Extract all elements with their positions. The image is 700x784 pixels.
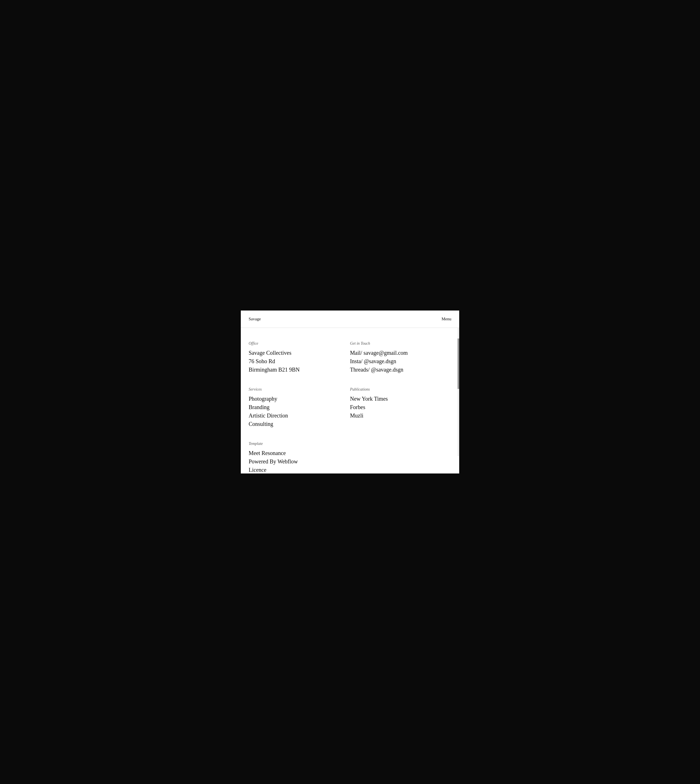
service-consulting[interactable]: Consulting xyxy=(248,420,350,428)
empty-cell xyxy=(350,437,452,474)
menu-panel: Savage Menu Office Savage Collectives 76… xyxy=(241,310,459,474)
content-area: Office Savage Collectives 76 Soho Rd Bir… xyxy=(241,328,459,474)
service-photography[interactable]: Photography xyxy=(248,395,350,403)
services-label: Services xyxy=(248,387,350,392)
service-artistic-direction[interactable]: Artistic Direction xyxy=(248,411,350,420)
pub-nyt[interactable]: New York Times xyxy=(350,395,452,403)
brand-name[interactable]: Savage xyxy=(248,317,261,322)
services-section: Services Photography Branding Artistic D… xyxy=(248,382,350,437)
header: Savage Menu xyxy=(241,310,459,328)
office-item-0[interactable]: Savage Collectives xyxy=(248,349,350,357)
publications-label: Publications xyxy=(350,387,452,392)
service-branding[interactable]: Branding xyxy=(248,403,350,411)
office-item-1[interactable]: 76 Soho Rd xyxy=(248,357,350,365)
publications-section: Publications New York Times Forbes Muzli xyxy=(350,382,452,437)
template-licence[interactable]: Licence xyxy=(248,465,350,474)
template-meet-resonance[interactable]: Meet Resonance xyxy=(248,449,350,457)
office-section: Office Savage Collectives 76 Soho Rd Bir… xyxy=(248,336,350,382)
pub-muzli[interactable]: Muzli xyxy=(350,411,452,420)
get-in-touch-section: Get in Touch Mail/ savage@gmail.com Inst… xyxy=(350,336,452,382)
get-in-touch-label: Get in Touch xyxy=(350,341,452,346)
contact-threads[interactable]: Threads/ @savage.dsgn xyxy=(350,365,452,374)
contact-insta[interactable]: Insta/ @savage.dsgn xyxy=(350,357,452,365)
scrollbar-track[interactable] xyxy=(458,327,459,456)
template-section: Template Meet Resonance Powered By Webfl… xyxy=(248,437,350,474)
office-item-2[interactable]: Birmingham B21 9BN xyxy=(248,365,350,374)
menu-button[interactable]: Menu xyxy=(442,317,452,322)
contact-mail[interactable]: Mail/ savage@gmail.com xyxy=(350,349,452,357)
pub-forbes[interactable]: Forbes xyxy=(350,403,452,411)
office-label: Office xyxy=(248,341,350,346)
template-webflow[interactable]: Powered By Webflow xyxy=(248,457,350,465)
template-label: Template xyxy=(248,442,350,446)
scrollbar-thumb[interactable] xyxy=(458,339,459,389)
